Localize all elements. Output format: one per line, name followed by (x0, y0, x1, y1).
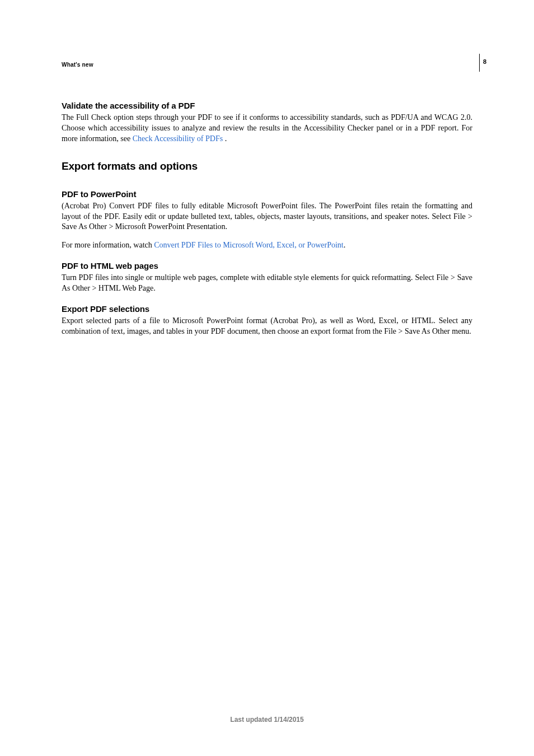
body-ppt-1: (Acrobat Pro) Convert PDF files to fully… (62, 201, 472, 233)
text-validate-pre: The Full Check option steps through your… (62, 113, 472, 143)
page-number-wrap: 8 (479, 54, 486, 72)
heading-validate: Validate the accessibility of a PDF (62, 101, 472, 110)
section-pdf-to-html: PDF to HTML web pages Turn PDF files int… (62, 261, 472, 294)
section-pdf-to-powerpoint: PDF to PowerPoint (Acrobat Pro) Convert … (62, 189, 472, 251)
heading-selections: Export PDF selections (62, 304, 472, 314)
body-html-1: Turn PDF files into single or multiple w… (62, 273, 472, 294)
body-ppt-2: For more information, watch Convert PDF … (62, 240, 472, 251)
text-ppt-pre: For more information, watch (62, 241, 154, 249)
heading-ppt: PDF to PowerPoint (62, 189, 472, 199)
link-convert-pdf-video[interactable]: Convert PDF Files to Microsoft Word, Exc… (154, 241, 344, 249)
breadcrumb: What's new (62, 62, 472, 68)
section-validate-accessibility: Validate the accessibility of a PDF The … (62, 101, 472, 144)
footer-last-updated: Last updated 1/14/2015 (0, 716, 534, 724)
heading-export-formats: Export formats and options (62, 160, 472, 172)
body-validate: The Full Check option steps through your… (62, 113, 472, 144)
text-validate-post: . (223, 134, 227, 143)
page: What's new 8 Validate the accessibility … (0, 0, 534, 756)
page-number: 8 (483, 58, 486, 65)
link-check-accessibility[interactable]: Check Accessibility of PDFs (133, 134, 223, 143)
text-ppt-post: . (344, 241, 346, 249)
page-header: What's new 8 (62, 62, 472, 78)
section-export-selections: Export PDF selections Export selected pa… (62, 304, 472, 337)
heading-html: PDF to HTML web pages (62, 261, 472, 270)
body-selections-1: Export selected parts of a file to Micro… (62, 316, 472, 337)
